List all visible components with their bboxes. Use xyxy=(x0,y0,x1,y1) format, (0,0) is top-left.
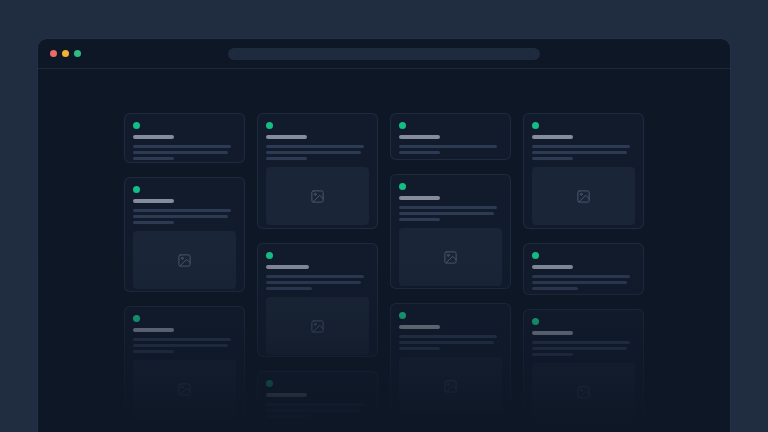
masonry-grid xyxy=(38,69,730,432)
skeleton-line xyxy=(532,281,627,284)
skeleton-line xyxy=(532,341,630,344)
titlebar xyxy=(38,39,730,69)
skeleton-lines xyxy=(532,341,635,359)
skeleton-line xyxy=(399,206,497,209)
skeleton-lines xyxy=(266,145,369,163)
image-placeholder xyxy=(399,357,502,415)
skeleton-line xyxy=(532,275,630,278)
status-dot-icon xyxy=(399,183,406,190)
skeleton-line xyxy=(266,415,307,418)
skeleton-lines xyxy=(133,209,236,227)
skeleton-title xyxy=(266,393,307,397)
traffic-light-minimize-button[interactable] xyxy=(62,50,69,57)
status-dot-icon xyxy=(399,312,406,319)
page-background: { "window": { "traffic_lights": [ { "nam… xyxy=(0,0,768,432)
skeleton-title xyxy=(399,196,440,200)
image-placeholder xyxy=(532,167,635,225)
skeleton-line xyxy=(399,335,497,338)
status-dot-icon xyxy=(532,252,539,259)
status-dot-icon xyxy=(133,186,140,193)
traffic-light-close-button[interactable] xyxy=(50,50,57,57)
status-dot-icon xyxy=(266,252,273,259)
skeleton-line xyxy=(133,215,228,218)
skeleton-line xyxy=(133,145,231,148)
skeleton-line xyxy=(266,281,361,284)
image-icon xyxy=(310,319,325,334)
skeleton-line xyxy=(532,151,627,154)
skeleton-line xyxy=(532,347,627,350)
card[interactable] xyxy=(257,113,378,229)
skeleton-line xyxy=(532,287,578,290)
image-placeholder xyxy=(266,425,369,432)
skeleton-title xyxy=(532,135,573,139)
skeleton-lines xyxy=(266,403,369,421)
image-icon xyxy=(177,382,192,397)
skeleton-line xyxy=(133,221,174,224)
image-icon xyxy=(443,379,458,394)
card[interactable] xyxy=(124,306,245,421)
skeleton-title xyxy=(133,135,174,139)
image-placeholder xyxy=(133,231,236,289)
image-icon xyxy=(177,253,192,268)
card[interactable] xyxy=(523,243,644,295)
skeleton-line xyxy=(133,350,174,353)
status-dot-icon xyxy=(532,122,539,129)
skeleton-lines xyxy=(399,335,502,353)
skeleton-title xyxy=(133,199,174,203)
image-icon xyxy=(443,250,458,265)
url-bar[interactable] xyxy=(228,48,540,60)
skeleton-line xyxy=(266,287,312,290)
skeleton-title xyxy=(532,265,573,269)
skeleton-lines xyxy=(399,145,502,157)
card[interactable] xyxy=(390,303,511,418)
skeleton-line xyxy=(532,157,573,160)
skeleton-line xyxy=(266,409,361,412)
card[interactable] xyxy=(523,113,644,229)
image-icon xyxy=(576,385,591,400)
image-placeholder xyxy=(532,363,635,421)
card[interactable] xyxy=(257,243,378,357)
status-dot-icon xyxy=(399,122,406,129)
image-placeholder xyxy=(133,360,236,418)
skeleton-line xyxy=(399,145,497,148)
status-dot-icon xyxy=(532,318,539,325)
status-dot-icon xyxy=(133,315,140,322)
status-dot-icon xyxy=(266,122,273,129)
image-placeholder xyxy=(266,167,369,225)
status-dot-icon xyxy=(133,122,140,129)
card[interactable] xyxy=(124,113,245,163)
skeleton-line xyxy=(133,157,174,160)
traffic-lights xyxy=(50,50,81,57)
skeleton-line xyxy=(133,151,228,154)
skeleton-title xyxy=(532,331,573,335)
skeleton-line xyxy=(266,151,361,154)
traffic-light-maximize-button[interactable] xyxy=(74,50,81,57)
skeleton-line xyxy=(399,341,494,344)
skeleton-line xyxy=(399,151,440,154)
card[interactable] xyxy=(390,174,511,289)
skeleton-line xyxy=(266,157,307,160)
skeleton-title xyxy=(266,265,309,269)
feed-column xyxy=(523,113,644,432)
skeleton-lines xyxy=(133,338,236,356)
card[interactable] xyxy=(523,309,644,424)
image-placeholder xyxy=(266,297,369,355)
card[interactable] xyxy=(124,177,245,292)
skeleton-line xyxy=(399,218,440,221)
skeleton-title xyxy=(399,325,440,329)
skeleton-title xyxy=(266,135,307,139)
skeleton-lines xyxy=(399,206,502,224)
skeleton-title xyxy=(133,328,174,332)
card[interactable] xyxy=(390,113,511,160)
image-placeholder xyxy=(399,228,502,286)
skeleton-line xyxy=(399,347,440,350)
card[interactable] xyxy=(257,371,378,432)
skeleton-line xyxy=(133,344,228,347)
feed-column xyxy=(257,113,378,432)
skeleton-line xyxy=(266,145,364,148)
skeleton-lines xyxy=(266,275,369,293)
skeleton-title xyxy=(399,135,440,139)
browser-window xyxy=(37,38,731,432)
feed-column xyxy=(124,113,245,432)
skeleton-line xyxy=(133,338,231,341)
